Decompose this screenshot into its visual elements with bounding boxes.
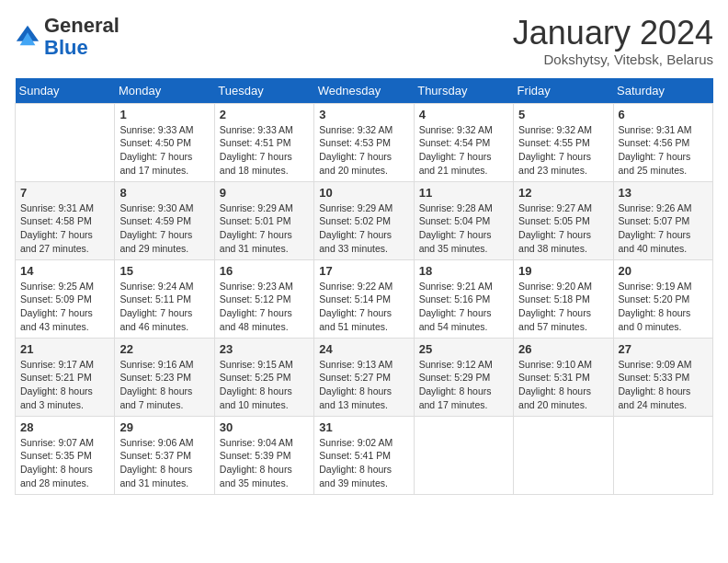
day-info: Sunrise: 9:07 AM Sunset: 5:35 PM Dayligh…	[20, 436, 109, 490]
calendar-cell: 31Sunrise: 9:02 AM Sunset: 5:41 PM Dayli…	[314, 416, 414, 494]
calendar-cell: 26Sunrise: 9:10 AM Sunset: 5:31 PM Dayli…	[514, 338, 613, 416]
day-number: 29	[119, 420, 209, 434]
day-number: 11	[419, 186, 508, 200]
day-info: Sunrise: 9:25 AM Sunset: 5:09 PM Dayligh…	[20, 280, 109, 334]
logo-icon	[15, 24, 40, 50]
calendar-cell: 17Sunrise: 9:22 AM Sunset: 5:14 PM Dayli…	[314, 259, 414, 338]
week-row-2: 7Sunrise: 9:31 AM Sunset: 4:58 PM Daylig…	[16, 181, 713, 259]
day-number: 23	[220, 342, 309, 356]
calendar-title: January 2024	[513, 15, 713, 52]
logo-blue-text: Blue	[44, 36, 88, 59]
calendar-table: SundayMondayTuesdayWednesdayThursdayFrid…	[15, 78, 713, 495]
calendar-cell	[414, 416, 513, 494]
day-info: Sunrise: 9:24 AM Sunset: 5:11 PM Dayligh…	[119, 280, 209, 334]
calendar-cell: 19Sunrise: 9:20 AM Sunset: 5:18 PM Dayli…	[514, 259, 613, 338]
calendar-cell: 28Sunrise: 9:07 AM Sunset: 5:35 PM Dayli…	[16, 416, 115, 494]
header-saturday: Saturday	[613, 78, 712, 104]
calendar-cell: 10Sunrise: 9:29 AM Sunset: 5:02 PM Dayli…	[314, 181, 414, 259]
day-info: Sunrise: 9:22 AM Sunset: 5:14 PM Dayligh…	[319, 280, 408, 334]
week-row-5: 28Sunrise: 9:07 AM Sunset: 5:35 PM Dayli…	[16, 416, 713, 494]
calendar-cell: 21Sunrise: 9:17 AM Sunset: 5:21 PM Dayli…	[16, 338, 115, 416]
week-row-1: 1Sunrise: 9:33 AM Sunset: 4:50 PM Daylig…	[16, 103, 713, 181]
calendar-cell: 27Sunrise: 9:09 AM Sunset: 5:33 PM Dayli…	[613, 338, 712, 416]
day-number: 13	[619, 186, 708, 200]
calendar-cell: 3Sunrise: 9:32 AM Sunset: 4:53 PM Daylig…	[314, 103, 414, 181]
calendar-cell: 12Sunrise: 9:27 AM Sunset: 5:05 PM Dayli…	[514, 181, 613, 259]
calendar-cell: 5Sunrise: 9:32 AM Sunset: 4:55 PM Daylig…	[514, 103, 613, 181]
day-info: Sunrise: 9:26 AM Sunset: 5:07 PM Dayligh…	[619, 201, 708, 256]
day-number: 26	[518, 342, 608, 356]
calendar-cell	[613, 416, 712, 494]
page-header: General Blue January 2024 Dokshytsy, Vit…	[15, 15, 713, 67]
day-number: 21	[20, 342, 109, 356]
header-sunday: Sunday	[16, 78, 115, 104]
calendar-cell: 16Sunrise: 9:23 AM Sunset: 5:12 PM Dayli…	[214, 259, 313, 338]
header-friday: Friday	[514, 78, 613, 104]
week-row-3: 14Sunrise: 9:25 AM Sunset: 5:09 PM Dayli…	[16, 259, 713, 338]
day-info: Sunrise: 9:32 AM Sunset: 4:55 PM Dayligh…	[518, 123, 608, 178]
title-block: January 2024 Dokshytsy, Vitebsk, Belarus	[513, 15, 713, 67]
day-number: 3	[319, 108, 408, 121]
day-info: Sunrise: 9:28 AM Sunset: 5:04 PM Dayligh…	[419, 201, 508, 256]
calendar-cell: 30Sunrise: 9:04 AM Sunset: 5:39 PM Dayli…	[214, 416, 313, 494]
day-info: Sunrise: 9:29 AM Sunset: 5:01 PM Dayligh…	[220, 201, 309, 256]
calendar-cell: 29Sunrise: 9:06 AM Sunset: 5:37 PM Dayli…	[115, 416, 214, 494]
day-info: Sunrise: 9:17 AM Sunset: 5:21 PM Dayligh…	[20, 358, 109, 412]
day-info: Sunrise: 9:27 AM Sunset: 5:05 PM Dayligh…	[518, 201, 608, 256]
calendar-cell	[514, 416, 613, 494]
day-info: Sunrise: 9:19 AM Sunset: 5:20 PM Dayligh…	[619, 280, 708, 334]
week-row-4: 21Sunrise: 9:17 AM Sunset: 5:21 PM Dayli…	[16, 338, 713, 416]
day-info: Sunrise: 9:23 AM Sunset: 5:12 PM Dayligh…	[220, 280, 309, 334]
calendar-cell: 18Sunrise: 9:21 AM Sunset: 5:16 PM Dayli…	[414, 259, 513, 338]
calendar-cell: 6Sunrise: 9:31 AM Sunset: 4:56 PM Daylig…	[613, 103, 712, 181]
day-number: 8	[119, 186, 209, 200]
day-number: 12	[518, 186, 608, 200]
day-info: Sunrise: 9:32 AM Sunset: 4:54 PM Dayligh…	[419, 123, 508, 178]
day-number: 18	[419, 264, 508, 278]
day-number: 20	[619, 264, 708, 278]
day-info: Sunrise: 9:31 AM Sunset: 4:58 PM Dayligh…	[20, 201, 109, 256]
calendar-cell: 24Sunrise: 9:13 AM Sunset: 5:27 PM Dayli…	[314, 338, 414, 416]
day-info: Sunrise: 9:13 AM Sunset: 5:27 PM Dayligh…	[319, 358, 408, 412]
day-number: 7	[20, 186, 109, 200]
day-info: Sunrise: 9:16 AM Sunset: 5:23 PM Dayligh…	[119, 358, 209, 412]
day-number: 9	[220, 186, 309, 200]
day-number: 2	[220, 108, 309, 121]
day-info: Sunrise: 9:04 AM Sunset: 5:39 PM Dayligh…	[220, 436, 309, 490]
logo: General Blue	[15, 15, 119, 59]
calendar-subtitle: Dokshytsy, Vitebsk, Belarus	[513, 52, 713, 67]
day-number: 22	[119, 342, 209, 356]
day-info: Sunrise: 9:33 AM Sunset: 4:51 PM Dayligh…	[220, 123, 309, 178]
day-number: 24	[319, 342, 408, 356]
day-info: Sunrise: 9:12 AM Sunset: 5:29 PM Dayligh…	[419, 358, 508, 412]
calendar-cell: 8Sunrise: 9:30 AM Sunset: 4:59 PM Daylig…	[115, 181, 214, 259]
header-thursday: Thursday	[414, 78, 513, 104]
calendar-cell: 15Sunrise: 9:24 AM Sunset: 5:11 PM Dayli…	[115, 259, 214, 338]
day-info: Sunrise: 9:20 AM Sunset: 5:18 PM Dayligh…	[518, 280, 608, 334]
day-number: 16	[220, 264, 309, 278]
calendar-cell: 23Sunrise: 9:15 AM Sunset: 5:25 PM Dayli…	[214, 338, 313, 416]
calendar-cell: 9Sunrise: 9:29 AM Sunset: 5:01 PM Daylig…	[214, 181, 313, 259]
day-info: Sunrise: 9:15 AM Sunset: 5:25 PM Dayligh…	[220, 358, 309, 412]
day-number: 1	[119, 108, 209, 121]
day-number: 14	[20, 264, 109, 278]
calendar-cell: 25Sunrise: 9:12 AM Sunset: 5:29 PM Dayli…	[414, 338, 513, 416]
day-info: Sunrise: 9:06 AM Sunset: 5:37 PM Dayligh…	[119, 436, 209, 490]
calendar-header-row: SundayMondayTuesdayWednesdayThursdayFrid…	[16, 78, 713, 104]
calendar-cell: 11Sunrise: 9:28 AM Sunset: 5:04 PM Dayli…	[414, 181, 513, 259]
header-tuesday: Tuesday	[214, 78, 313, 104]
day-info: Sunrise: 9:32 AM Sunset: 4:53 PM Dayligh…	[319, 123, 408, 178]
day-number: 25	[419, 342, 508, 356]
day-number: 10	[319, 186, 408, 200]
day-info: Sunrise: 9:09 AM Sunset: 5:33 PM Dayligh…	[619, 358, 708, 412]
header-wednesday: Wednesday	[314, 78, 414, 104]
day-info: Sunrise: 9:30 AM Sunset: 4:59 PM Dayligh…	[119, 201, 209, 256]
calendar-cell: 22Sunrise: 9:16 AM Sunset: 5:23 PM Dayli…	[115, 338, 214, 416]
day-info: Sunrise: 9:33 AM Sunset: 4:50 PM Dayligh…	[119, 123, 209, 178]
day-number: 27	[619, 342, 708, 356]
calendar-cell: 7Sunrise: 9:31 AM Sunset: 4:58 PM Daylig…	[16, 181, 115, 259]
calendar-cell: 2Sunrise: 9:33 AM Sunset: 4:51 PM Daylig…	[214, 103, 313, 181]
day-number: 6	[619, 108, 708, 121]
day-info: Sunrise: 9:10 AM Sunset: 5:31 PM Dayligh…	[518, 358, 608, 412]
calendar-cell: 1Sunrise: 9:33 AM Sunset: 4:50 PM Daylig…	[115, 103, 214, 181]
